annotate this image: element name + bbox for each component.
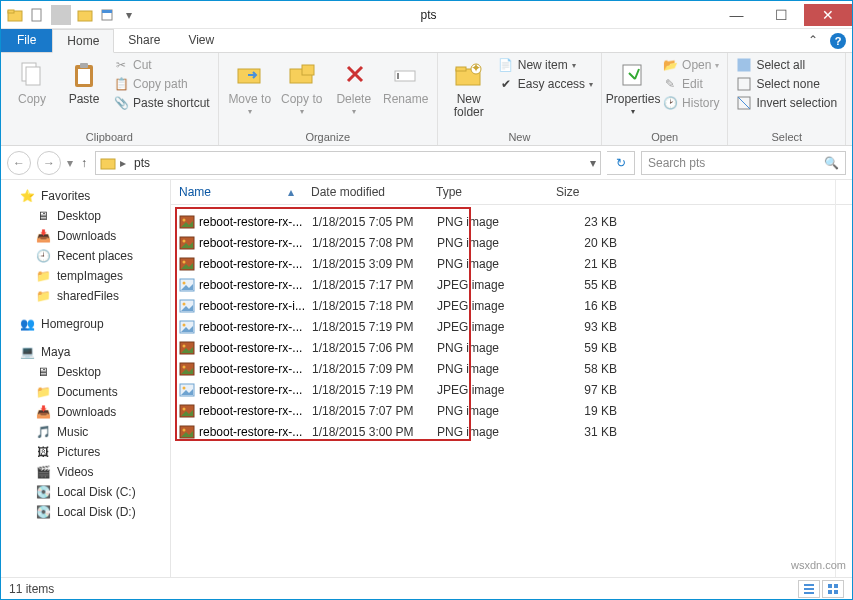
separator: [51, 5, 71, 25]
sidebar-item[interactable]: 📁sharedFiles: [1, 286, 170, 306]
file-row[interactable]: reboot-restore-rx-...1/18/2015 3:09 PMPN…: [171, 253, 852, 274]
file-row[interactable]: reboot-restore-rx-...1/18/2015 7:19 PMJP…: [171, 379, 852, 400]
column-type[interactable]: Type: [428, 180, 548, 204]
svg-point-36: [183, 323, 186, 326]
move-to-button[interactable]: Move to▾: [227, 57, 273, 117]
file-size: 31 KB: [557, 425, 647, 439]
file-row[interactable]: reboot-restore-rx-...1/18/2015 7:07 PMPN…: [171, 400, 852, 421]
svg-point-42: [183, 386, 186, 389]
select-all-icon: [736, 57, 752, 73]
file-row[interactable]: reboot-restore-rx-...1/18/2015 7:17 PMJP…: [171, 274, 852, 295]
sidebar-item[interactable]: 📁Documents: [1, 382, 170, 402]
file-icon: [179, 361, 195, 377]
close-button[interactable]: ✕: [804, 4, 852, 26]
cut-button[interactable]: ✂Cut: [113, 57, 210, 73]
file-row[interactable]: reboot-restore-rx-...1/18/2015 7:06 PMPN…: [171, 337, 852, 358]
qat-dropdown-icon[interactable]: ▾: [119, 5, 139, 25]
invert-selection-button[interactable]: Invert selection: [736, 95, 837, 111]
recent-locations-icon[interactable]: ▾: [67, 156, 73, 170]
sidebar-item[interactable]: 📁tempImages: [1, 266, 170, 286]
sidebar-item[interactable]: 🕘Recent places: [1, 246, 170, 266]
address-bar[interactable]: ▸ pts ▾: [95, 151, 601, 175]
sidebar-item[interactable]: 📥Downloads: [1, 226, 170, 246]
help-icon: ?: [830, 33, 846, 49]
file-row[interactable]: reboot-restore-rx-...1/18/2015 7:09 PMPN…: [171, 358, 852, 379]
svg-text:✦: ✦: [471, 61, 481, 75]
sidebar-item[interactable]: 💽Local Disk (C:): [1, 482, 170, 502]
sidebar-computer[interactable]: 💻Maya: [1, 342, 170, 362]
chevron-right-icon[interactable]: ▸: [120, 156, 126, 170]
paste-button[interactable]: Paste: [61, 57, 107, 106]
sidebar-item[interactable]: 🖥Desktop: [1, 362, 170, 382]
file-row[interactable]: reboot-restore-rx-...1/18/2015 7:19 PMJP…: [171, 316, 852, 337]
select-none-icon: [736, 76, 752, 92]
new-folder-button[interactable]: ✦New folder: [446, 57, 492, 119]
minimize-button[interactable]: —: [714, 4, 759, 26]
open-folder-icon[interactable]: [75, 5, 95, 25]
tab-file[interactable]: File: [1, 29, 52, 52]
file-type: JPEG image: [437, 320, 557, 334]
copy-icon: [16, 59, 48, 91]
properties-button[interactable]: Properties▾: [610, 57, 656, 117]
icons-view-button[interactable]: [822, 580, 844, 598]
open-icon: 📂: [662, 57, 678, 73]
edit-button[interactable]: ✎Edit: [662, 76, 719, 92]
file-row[interactable]: reboot-restore-rx-...1/18/2015 7:05 PMPN…: [171, 211, 852, 232]
edit-icon: ✎: [662, 76, 678, 92]
refresh-button[interactable]: ↻: [607, 151, 635, 175]
select-all-button[interactable]: Select all: [736, 57, 837, 73]
sidebar-homegroup[interactable]: 👥Homegroup: [1, 314, 170, 334]
tab-share[interactable]: Share: [114, 29, 174, 52]
new-file-icon[interactable]: [27, 5, 47, 25]
copy-path-button[interactable]: 📋Copy path: [113, 76, 210, 92]
file-name: reboot-restore-rx-i...: [199, 299, 312, 313]
collapse-ribbon-icon[interactable]: ⌃: [802, 29, 824, 52]
maximize-button[interactable]: ☐: [759, 4, 804, 26]
sidebar-item[interactable]: 💽Local Disk (D:): [1, 502, 170, 522]
breadcrumb[interactable]: pts: [130, 156, 154, 170]
back-button[interactable]: ←: [7, 151, 31, 175]
sidebar-item[interactable]: 🎬Videos: [1, 462, 170, 482]
file-row[interactable]: reboot-restore-rx-i...1/18/2015 7:18 PMJ…: [171, 295, 852, 316]
copy-button[interactable]: Copy: [9, 57, 55, 106]
column-size[interactable]: Size: [548, 180, 668, 204]
column-date[interactable]: Date modified: [303, 180, 428, 204]
delete-button[interactable]: Delete▾: [331, 57, 377, 117]
details-view-button[interactable]: [798, 580, 820, 598]
easy-access-button[interactable]: ✔Easy access ▾: [498, 76, 593, 92]
sidebar-favorites[interactable]: ⭐Favorites: [1, 186, 170, 206]
properties-icon: [617, 59, 649, 91]
tab-home[interactable]: Home: [52, 29, 114, 53]
file-row[interactable]: reboot-restore-rx-...1/18/2015 7:08 PMPN…: [171, 232, 852, 253]
sidebar-item[interactable]: 🎵Music: [1, 422, 170, 442]
move-to-icon: [234, 59, 266, 91]
rename-button[interactable]: Rename: [383, 57, 429, 106]
paste-shortcut-button[interactable]: 📎Paste shortcut: [113, 95, 210, 111]
search-input[interactable]: Search pts 🔍: [641, 151, 846, 175]
folder-icon: [5, 5, 25, 25]
sidebar-item[interactable]: 🖼Pictures: [1, 442, 170, 462]
file-row[interactable]: reboot-restore-rx-...1/18/2015 3:00 PMPN…: [171, 421, 852, 442]
forward-button[interactable]: →: [37, 151, 61, 175]
svg-rect-51: [834, 584, 838, 588]
svg-point-38: [183, 344, 186, 347]
properties-icon[interactable]: [97, 5, 117, 25]
sidebar-item[interactable]: 🖥Desktop: [1, 206, 170, 226]
address-dropdown-icon[interactable]: ▾: [590, 156, 596, 170]
file-type: PNG image: [437, 236, 557, 250]
up-button[interactable]: ↑: [81, 156, 87, 170]
select-none-button[interactable]: Select none: [736, 76, 837, 92]
open-button[interactable]: 📂Open ▾: [662, 57, 719, 73]
history-icon: 🕑: [662, 95, 678, 111]
new-item-button[interactable]: 📄New item ▾: [498, 57, 593, 73]
history-button[interactable]: 🕑History: [662, 95, 719, 111]
sidebar-item[interactable]: 📥Downloads: [1, 402, 170, 422]
tab-view[interactable]: View: [174, 29, 228, 52]
file-name: reboot-restore-rx-...: [199, 236, 312, 250]
svg-rect-50: [828, 584, 832, 588]
help-button[interactable]: ?: [824, 29, 852, 52]
svg-rect-48: [804, 588, 814, 590]
column-name[interactable]: Name▴: [171, 180, 303, 204]
copy-to-button[interactable]: Copy to▾: [279, 57, 325, 117]
paste-icon: [68, 59, 100, 91]
